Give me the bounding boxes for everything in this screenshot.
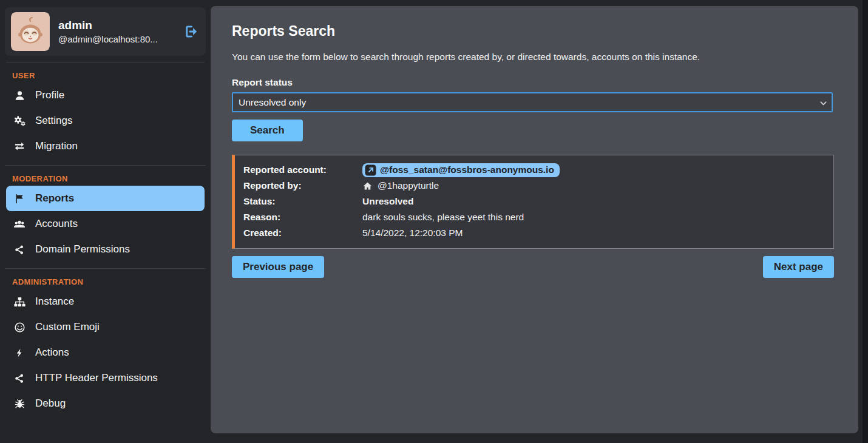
next-page-button[interactable]: Next page (763, 256, 834, 278)
sidebar-item-label: Profile (35, 89, 64, 101)
report-row-reason: Reason: dark souls sucks, please yeet th… (243, 209, 825, 225)
sidebar-item-accounts[interactable]: Accounts (6, 211, 205, 237)
row-label: Created: (243, 228, 362, 238)
created-timestamp: 5/14/2022, 12:20:03 PM (362, 228, 825, 238)
nav-section-user: USER Profile (5, 63, 206, 166)
row-label: Reported account: (243, 164, 362, 175)
face-smile-icon (12, 322, 27, 333)
avatar (11, 12, 50, 51)
sidebar-item-http-header-permissions[interactable]: HTTP Header Permissions (6, 365, 205, 391)
house-icon (362, 181, 373, 191)
section-header-user: USER (12, 71, 206, 80)
sidebar-item-label: Domain Permissions (35, 243, 130, 255)
bug-icon (12, 398, 27, 410)
report-status-selected-value: Unresolved only (239, 97, 306, 108)
main-wrap: Reports Search You can use the form belo… (211, 0, 868, 443)
sidebar-item-label: Reports (35, 192, 74, 205)
reported-account-handle: @foss_satan@fossbros-anonymous.io (380, 164, 554, 175)
scrollbar-track[interactable] (863, 0, 868, 443)
report-status-label: Report status (232, 77, 834, 88)
sidebar-item-settings[interactable]: Settings (6, 108, 205, 134)
sidebar-item-label: Migration (35, 140, 78, 152)
bolt-icon (12, 347, 27, 359)
section-header-administration: ADMINISTRATION (12, 277, 206, 286)
external-link-icon (365, 164, 376, 176)
report-status-select[interactable]: Unresolved only (232, 92, 833, 112)
report-card[interactable]: Reported account: @foss_satan@fossbros-a… (232, 155, 834, 249)
report-row-created: Created: 5/14/2022, 12:20:03 PM (243, 225, 825, 241)
sign-out-icon[interactable] (181, 24, 200, 39)
user-card[interactable]: admin @admin@localhost:80... (5, 7, 206, 56)
row-value: @foss_satan@fossbros-anonymous.io (362, 163, 825, 177)
sidebar-item-instance[interactable]: Instance (6, 289, 205, 314)
sidebar-item-label: Accounts (35, 218, 78, 230)
search-button[interactable]: Search (232, 120, 303, 141)
main-panel: Reports Search You can use the form belo… (211, 6, 858, 433)
sidebar-item-label: Debug (35, 397, 66, 410)
sidebar-item-reports[interactable]: Reports (6, 186, 205, 211)
pagination: Previous page Next page (232, 256, 834, 278)
previous-page-button[interactable]: Previous page (232, 256, 324, 278)
page-title: Reports Search (232, 23, 834, 39)
arrows-left-right-icon (12, 141, 27, 152)
row-label: Status: (243, 196, 362, 207)
user-meta: admin @admin@localhost:80... (58, 19, 173, 44)
share-nodes-icon (12, 373, 27, 384)
sidebar-item-migration[interactable]: Migration (6, 134, 205, 159)
sloth-avatar (11, 12, 50, 51)
section-header-moderation: MODERATION (12, 174, 206, 183)
page-description: You can use the form below to search thr… (232, 52, 834, 63)
gears-icon (12, 115, 27, 127)
report-row-reported-by: Reported by: @1happyturtle (243, 178, 825, 194)
sidebar-item-custom-emoji[interactable]: Custom Emoji (6, 314, 205, 340)
reason-text: dark souls sucks, please yeet this nerd (362, 212, 825, 223)
sidebar-item-label: Settings (35, 115, 72, 127)
row-value: @1happyturtle (362, 180, 825, 191)
sitemap-icon (12, 296, 27, 308)
nav-section-moderation: MODERATION Reports (5, 166, 206, 269)
reported-account-badge[interactable]: @foss_satan@fossbros-anonymous.io (362, 163, 560, 177)
sidebar-item-label: HTTP Header Permissions (35, 372, 158, 384)
users-icon (12, 218, 27, 230)
sidebar-item-debug[interactable]: Debug (6, 391, 205, 416)
flag-icon (12, 193, 27, 205)
user-icon (12, 90, 27, 101)
sidebar-item-actions[interactable]: Actions (6, 340, 205, 365)
sidebar-item-label: Actions (35, 347, 69, 359)
status-badge: Unresolved (362, 196, 825, 207)
report-row-reported-account: Reported account: @foss_satan@fossbros-a… (243, 162, 825, 178)
sidebar-item-profile[interactable]: Profile (6, 83, 205, 108)
sidebar-item-domain-permissions[interactable]: Domain Permissions (6, 237, 205, 262)
sidebar-item-label: Instance (35, 296, 74, 308)
row-label: Reported by: (243, 180, 362, 191)
user-handle: @admin@localhost:80... (58, 34, 173, 44)
user-name: admin (58, 19, 173, 32)
nav-section-administration: ADMINISTRATION Instance (5, 269, 206, 422)
report-row-status: Status: Unresolved (243, 194, 825, 209)
reporter-handle: @1happyturtle (378, 180, 439, 191)
sidebar-item-label: Custom Emoji (35, 321, 100, 333)
sidebar: admin @admin@localhost:80... USER Profil… (0, 0, 211, 443)
row-label: Reason: (243, 212, 362, 223)
chevron-down-icon (819, 100, 827, 107)
share-nodes-icon (12, 244, 27, 255)
